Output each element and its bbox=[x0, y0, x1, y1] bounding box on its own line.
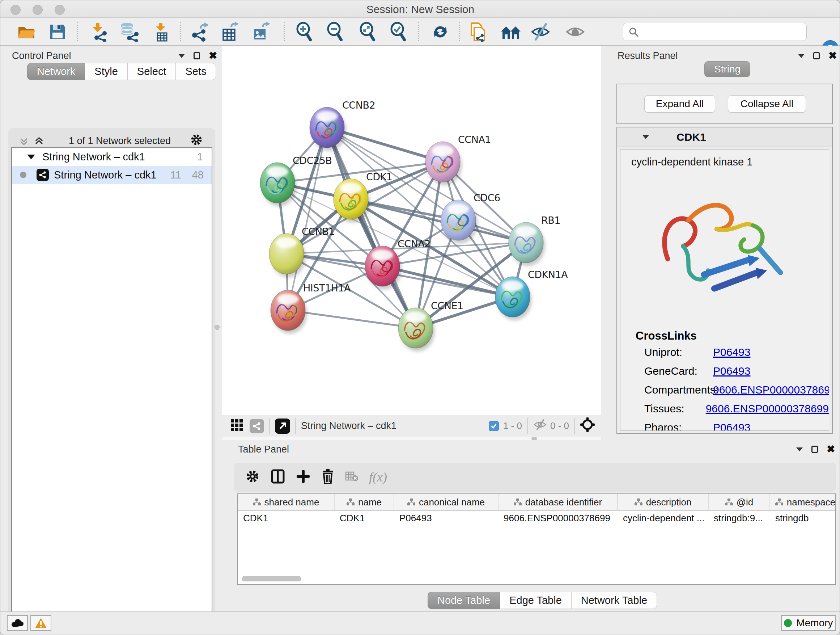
results-panel-close-icon[interactable]: ✖ bbox=[829, 52, 837, 59]
tab-network[interactable]: Network bbox=[27, 63, 85, 80]
network-canvas[interactable]: CCNB2CCNA1CDC25BCDK1CDC6RB1CCNB1CCNA2CDK… bbox=[222, 46, 601, 415]
table-panel: Table Panel ✖ f(x) shared bbox=[221, 440, 840, 611]
apply-layout-button[interactable] bbox=[430, 21, 451, 42]
network-node-HIST1H1A[interactable] bbox=[271, 290, 307, 334]
table-cell[interactable]: 9606.ENSP00000378699 bbox=[499, 511, 618, 525]
tab-sets[interactable]: Sets bbox=[176, 63, 216, 80]
network-node-CCNA1[interactable] bbox=[425, 141, 462, 185]
column-header-database-identifier[interactable]: database identifier bbox=[499, 494, 618, 510]
function-builder-button[interactable]: f(x) bbox=[369, 470, 387, 485]
network-edge-CCNB2-CCNE1[interactable] bbox=[327, 127, 416, 328]
control-panel-float-icon[interactable] bbox=[194, 52, 200, 59]
left-splitter-handle[interactable] bbox=[215, 325, 219, 330]
tab-network-table[interactable]: Network Table bbox=[572, 592, 657, 609]
column-header-namespace[interactable]: namespace bbox=[770, 494, 836, 510]
results-panel-menu-icon[interactable] bbox=[798, 54, 805, 58]
network-node-CCNA2[interactable] bbox=[365, 246, 401, 290]
tab-edge-table[interactable]: Edge Table bbox=[500, 592, 572, 609]
string-home-button[interactable] bbox=[500, 21, 521, 42]
import-network-from-database-button[interactable] bbox=[118, 21, 140, 42]
open-session-button[interactable] bbox=[16, 21, 37, 42]
network-node-RB1[interactable] bbox=[508, 222, 545, 266]
column-header-description[interactable]: description bbox=[618, 494, 709, 510]
export-image-button[interactable] bbox=[250, 21, 271, 42]
table-panel-close-icon[interactable]: ✖ bbox=[827, 446, 835, 453]
table-row[interactable]: CDK1CDK1P064939606.ENSP00000378699cyclin… bbox=[238, 511, 835, 525]
control-panel-menu-icon[interactable] bbox=[178, 54, 185, 58]
refresh-icon bbox=[431, 22, 450, 41]
export-network-button[interactable] bbox=[189, 21, 210, 42]
network-node-CCNE1[interactable] bbox=[398, 308, 435, 352]
cloud-status-button[interactable] bbox=[7, 615, 28, 631]
delete-table-icon[interactable] bbox=[345, 471, 358, 483]
tab-style[interactable]: Style bbox=[85, 63, 127, 80]
table-cell[interactable]: stringdb bbox=[770, 511, 836, 525]
show-columns-icon[interactable] bbox=[271, 469, 285, 485]
import-table-file-button[interactable] bbox=[151, 21, 172, 42]
zoom-in-button[interactable] bbox=[294, 21, 315, 42]
zoom-out-button[interactable] bbox=[325, 21, 346, 42]
show-glass-button[interactable] bbox=[565, 21, 586, 42]
tree-expand-icon[interactable] bbox=[27, 155, 35, 159]
table-cell[interactable]: CDK1 bbox=[238, 511, 335, 525]
table-panel-menu-icon[interactable] bbox=[796, 448, 803, 451]
add-column-icon[interactable] bbox=[296, 469, 310, 485]
results-panel-float-icon[interactable] bbox=[813, 52, 820, 59]
network-node-CDK1[interactable] bbox=[333, 179, 370, 223]
import-network-file-button[interactable] bbox=[88, 21, 109, 42]
horizontal-splitter[interactable] bbox=[222, 437, 601, 440]
horizontal-splitter-handle[interactable] bbox=[531, 437, 537, 440]
table-horizontal-scrollbar[interactable] bbox=[242, 576, 302, 581]
network-options-gear-icon[interactable] bbox=[190, 133, 203, 149]
network-row[interactable]: String Network – cdk1 11 48 bbox=[12, 166, 212, 184]
column-header-name[interactable]: name bbox=[335, 494, 394, 510]
column-header-canonical-name[interactable]: canonical name bbox=[394, 494, 499, 510]
search-input[interactable] bbox=[642, 26, 806, 38]
network-collection-row[interactable]: String Network – cdk1 1 bbox=[12, 148, 212, 166]
hide-glass-button[interactable] bbox=[530, 21, 551, 42]
zoom-selected-button[interactable] bbox=[388, 21, 409, 42]
table-cell[interactable]: cyclin-dependent ... bbox=[618, 511, 709, 525]
tab-select[interactable]: Select bbox=[128, 63, 176, 80]
network-view-toolbar: String Network – cdk1 1 - 0 0 - 0 bbox=[222, 415, 601, 437]
toolbar-search[interactable] bbox=[623, 23, 807, 41]
selected-count-checkbox[interactable] bbox=[489, 421, 499, 431]
zoom-fit-button[interactable] bbox=[357, 21, 378, 42]
network-node-CDC25B[interactable] bbox=[260, 163, 297, 206]
table-options-gear-icon[interactable] bbox=[245, 469, 260, 485]
expand-all-networks-icon[interactable] bbox=[34, 136, 44, 146]
grid-view-icon[interactable] bbox=[230, 418, 244, 434]
collapse-all-networks-icon[interactable] bbox=[19, 136, 28, 146]
tab-string[interactable]: String bbox=[704, 61, 750, 77]
crosslinks-section: CrossLinks Uniprot:P06493GeneCard:P06493… bbox=[636, 329, 829, 431]
crosslink-link[interactable]: P06493 bbox=[713, 346, 750, 365]
control-panel-close-icon[interactable]: ✖ bbox=[209, 52, 217, 59]
table-cell[interactable]: CDK1 bbox=[335, 511, 394, 525]
tab-node-table[interactable]: Node Table bbox=[428, 592, 500, 609]
crosslink-link[interactable]: P06493 bbox=[713, 421, 750, 431]
table-cell[interactable]: stringdb:9... bbox=[709, 511, 770, 525]
clone-network-button[interactable] bbox=[467, 21, 488, 42]
expand-all-button[interactable]: Expand All bbox=[644, 95, 715, 112]
export-table-button[interactable] bbox=[219, 21, 240, 42]
collapse-all-button[interactable]: Collapse All bbox=[728, 95, 806, 112]
crosslink-link[interactable]: 9606.ENSP00000378699 bbox=[713, 384, 829, 402]
detach-view-icon[interactable] bbox=[275, 418, 290, 434]
warnings-button[interactable] bbox=[30, 615, 51, 631]
protein-card-collapse-icon[interactable] bbox=[643, 135, 649, 139]
table-cell[interactable]: P06493 bbox=[394, 511, 499, 525]
network-node-CCNB2[interactable] bbox=[309, 107, 346, 151]
column-header-id[interactable]: @id bbox=[709, 494, 770, 510]
memory-button[interactable]: Memory bbox=[781, 615, 836, 631]
crosslink-link[interactable]: P06493 bbox=[713, 365, 750, 384]
column-header-shared-name[interactable]: shared name bbox=[238, 494, 335, 510]
network-node-CDKN1A[interactable] bbox=[495, 277, 532, 320]
delete-column-icon[interactable] bbox=[321, 469, 334, 486]
zoom-selected-icon bbox=[389, 22, 408, 42]
save-session-button[interactable] bbox=[47, 21, 68, 42]
crosslink-link[interactable]: 9606.ENSP00000378699 bbox=[706, 402, 829, 421]
birds-eye-toggle-icon[interactable] bbox=[580, 417, 595, 435]
protein-card-header[interactable]: CDK1 bbox=[617, 127, 832, 147]
table-panel-float-icon[interactable] bbox=[812, 446, 818, 453]
network-overview-icon[interactable] bbox=[249, 419, 264, 433]
